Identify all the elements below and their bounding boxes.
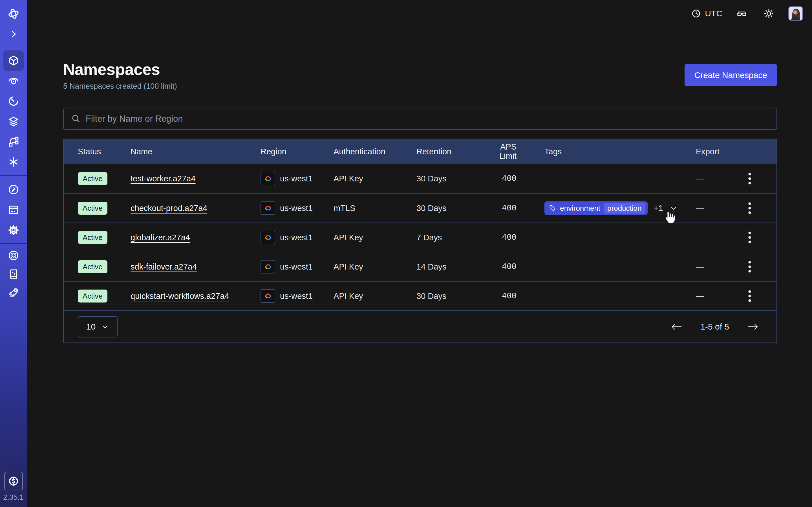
page-size-select[interactable]: 10 [78,316,117,337]
asterisk-icon [8,156,19,168]
sidebar-item-deployments[interactable] [3,111,24,131]
tag-icon [549,204,557,212]
col-header-export[interactable]: Export [696,147,734,156]
table-row: Active test-worker.a27a4 us-west1 API Ke… [64,164,776,193]
gcp-region-icon [260,172,275,185]
topbar: UTC [27,0,812,27]
timer-icon [8,95,19,107]
table-header-row: Status Name Region Authentication Retent… [64,139,776,164]
branch-icon [8,136,19,148]
tags-overflow-count: +1 [654,204,663,213]
sidebar-item-workflows[interactable] [3,131,24,152]
namespace-link[interactable]: sdk-failover.a27a4 [131,262,197,271]
row-menu-button[interactable] [746,229,754,246]
export-value: — [696,233,734,242]
filter-bar [63,108,777,130]
sidebar-item-schedules[interactable] [3,91,24,111]
col-header-tags[interactable]: Tags [524,147,696,156]
namespaces-table: Status Name Region Authentication Retent… [63,139,777,343]
sidebar-item-observe[interactable] [3,71,24,91]
kebab-icon [748,260,752,273]
namespace-link[interactable]: checkout-prod.a27a4 [131,204,207,213]
table-row: Active globalizer.a27a4 us-west1 API Key… [64,223,776,252]
table-row: Active sdk-failover.a27a4 us-west1 API K… [64,252,776,281]
tags-expand-chevron-icon[interactable] [669,204,678,212]
col-header-aps-limit[interactable]: APS Limit [481,142,524,161]
sidebar-item-docs[interactable] [3,265,24,283]
previous-page-button[interactable] [669,321,684,333]
filter-input[interactable] [63,108,777,130]
row-menu-button[interactable] [746,200,754,217]
sidebar-item-namespaces[interactable] [3,50,24,71]
kebab-icon [748,231,752,244]
sidebar-divider [0,243,27,244]
namespace-link[interactable]: quickstart-workflows.a27a4 [131,291,229,300]
status-badge: Active [78,260,107,273]
kebab-icon [748,172,752,185]
main-content: Namespaces 5 Namespaces created (100 lim… [27,27,812,507]
tag-key: environment [560,204,600,213]
region-label: us-west1 [280,204,313,213]
tag-chip[interactable]: environment production [545,202,648,215]
layers-icon [8,115,19,127]
row-menu-button[interactable] [746,287,754,305]
auth-method: API Key [334,233,416,242]
tag-value: production [604,203,645,214]
col-header-name[interactable]: Name [131,147,260,156]
sidebar-expand-button[interactable] [3,24,24,44]
kebab-icon [748,290,752,302]
status-badge: Active [78,231,107,244]
eye-icon [8,75,19,87]
region-label: us-west1 [280,233,313,242]
row-menu-button[interactable] [746,170,754,187]
status-badge: Active [78,202,107,215]
theme-toggle-button[interactable] [761,6,776,21]
search-icon [71,114,81,123]
retention-value: 30 Days [416,174,481,183]
next-page-button[interactable] [746,321,761,333]
avatar-image [789,7,802,20]
chevron-right-icon [8,29,18,39]
create-namespace-button[interactable]: Create Namespace [684,64,777,86]
col-header-status[interactable]: Status [78,147,131,156]
sidebar-item-support[interactable] [3,246,24,265]
export-value: — [696,174,734,183]
sidebar: 2.35.1 [0,0,27,507]
kebab-icon [748,202,752,215]
labs-toggle-button[interactable] [734,6,749,21]
temporal-logo[interactable] [3,4,24,24]
sidebar-item-getting-started[interactable] [3,284,24,302]
clock-icon [691,9,701,18]
timezone-selector[interactable]: UTC [691,9,722,18]
gcp-region-icon [260,260,275,274]
row-menu-button[interactable] [746,258,754,276]
pagination: 1-5 of 5 [669,321,761,333]
region-label: us-west1 [280,174,313,183]
retention-value: 30 Days [416,204,481,213]
app-version: 2.35.1 [0,493,27,502]
namespace-link[interactable]: test-worker.a27a4 [131,174,196,183]
sidebar-item-nexus[interactable] [3,152,24,172]
page-header: Namespaces 5 Namespaces created (100 lim… [63,60,777,91]
user-avatar[interactable] [788,6,803,21]
auth-method: API Key [334,291,416,301]
col-header-authentication[interactable]: Authentication [334,147,416,156]
table-row: Active quickstart-workflows.a27a4 us-wes… [64,281,776,311]
chevron-down-icon [101,323,109,331]
table-footer: 10 1-5 of 5 [64,311,776,342]
sidebar-item-billing[interactable] [3,200,24,220]
sidebar-item-settings[interactable] [3,220,24,240]
col-header-region[interactable]: Region [260,147,334,156]
status-badge: Active [78,290,107,302]
credits-button[interactable] [4,472,23,490]
col-header-retention[interactable]: Retention [416,147,481,156]
region-label: us-west1 [280,291,313,301]
aps-limit-value: 400 [481,262,524,272]
gcp-region-icon [260,289,275,303]
namespace-link[interactable]: globalizer.a27a4 [131,233,190,242]
export-value: — [696,291,734,301]
temporal-logo-icon [7,8,20,20]
cube-icon [8,55,19,66]
glasses-icon [737,8,747,19]
sidebar-item-usage[interactable] [3,179,24,200]
